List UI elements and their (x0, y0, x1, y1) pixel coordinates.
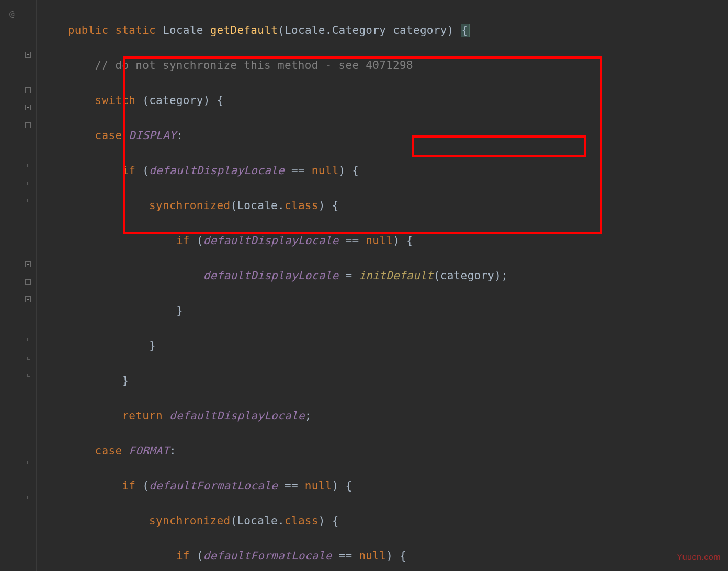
fold-icon[interactable] (24, 51, 31, 58)
watermark: Yuucn.com (677, 549, 721, 566)
fold-end-icon[interactable] (24, 495, 31, 503)
fold-icon[interactable] (24, 86, 31, 94)
code-line[interactable]: if (defaultDisplayLocale == null) { (37, 232, 728, 250)
matched-brace: { (461, 24, 470, 37)
fold-icon[interactable] (24, 278, 31, 286)
code-line[interactable]: synchronized(Locale.class) { (37, 197, 728, 215)
comment: // do not synchronize this method - see … (95, 59, 413, 72)
code-line[interactable]: return defaultDisplayLocale; (37, 407, 728, 425)
fold-end-icon[interactable] (24, 163, 31, 170)
code-line[interactable]: if (defaultFormatLocale == null) { (37, 477, 728, 495)
editor-pane: @ public static Locale getDefault(Locale… (0, 0, 728, 571)
fold-end-icon[interactable] (24, 460, 31, 467)
fold-icon[interactable] (24, 104, 31, 111)
keyword: public (68, 24, 109, 37)
code-line[interactable]: case DISPLAY: (37, 127, 728, 145)
code-line[interactable]: defaultDisplayLocale = initDefault(categ… (37, 267, 728, 285)
code-line[interactable]: if (defaultDisplayLocale == null) { (37, 162, 728, 180)
code-line[interactable]: case FORMAT: (37, 442, 728, 460)
type: Locale (163, 24, 203, 37)
code-line[interactable]: } (37, 337, 728, 355)
fold-end-icon[interactable] (24, 181, 31, 188)
method-name: getDefault (210, 24, 278, 37)
fold-end-icon[interactable] (24, 198, 31, 205)
fold-end-icon[interactable] (24, 373, 31, 380)
code-line[interactable]: synchronized(Locale.class) { (37, 512, 728, 530)
code-line[interactable]: } (37, 372, 728, 390)
override-icon[interactable]: @ (9, 5, 15, 23)
fold-guide-line (27, 10, 27, 571)
code-line[interactable]: public static Locale getDefault(Locale.C… (37, 22, 728, 40)
code-line[interactable]: // do not synchronize this method - see … (37, 57, 728, 75)
code-area[interactable]: public static Locale getDefault(Locale.C… (37, 0, 728, 571)
fold-icon[interactable] (24, 260, 31, 268)
code-line[interactable]: if (defaultFormatLocale == null) { (37, 547, 728, 565)
fold-icon[interactable] (24, 295, 31, 303)
fold-icon[interactable] (24, 121, 31, 129)
code-line[interactable]: switch (category) { (37, 92, 728, 110)
code-line[interactable]: } (37, 302, 728, 320)
fold-end-icon[interactable] (24, 337, 31, 345)
gutter: @ (0, 0, 37, 571)
keyword: static (115, 24, 156, 37)
fold-end-icon[interactable] (24, 356, 31, 363)
